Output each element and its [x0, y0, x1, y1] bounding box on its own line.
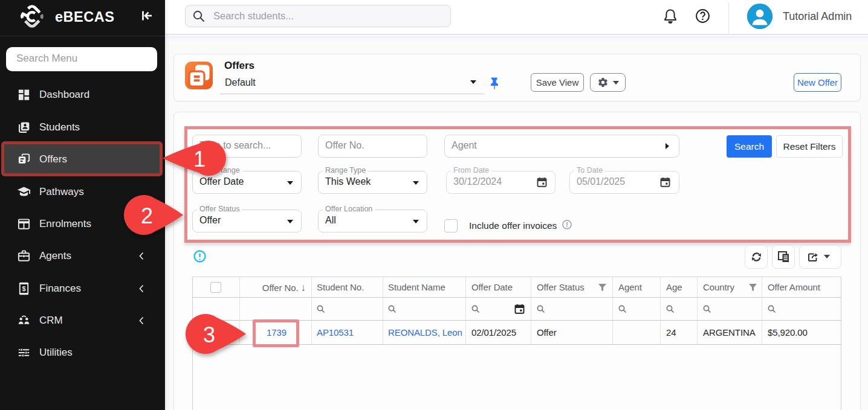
- svg-text:$: $: [22, 285, 25, 292]
